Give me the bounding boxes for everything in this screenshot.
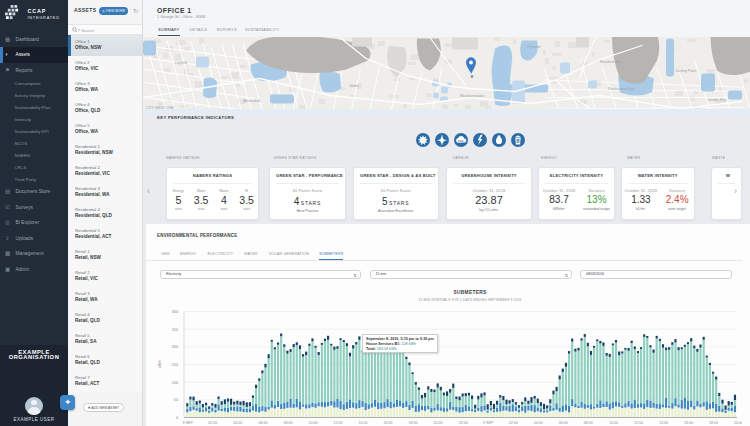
svg-text:9 SEP: 9 SEP bbox=[483, 421, 494, 425]
svg-text:Annandale: Annandale bbox=[243, 98, 260, 102]
svg-text:10:00: 10:00 bbox=[609, 421, 618, 425]
svg-text:12:00: 12:00 bbox=[334, 421, 343, 425]
svg-text:14:00: 14:00 bbox=[359, 421, 368, 425]
svg-text:22:00: 22:00 bbox=[459, 421, 468, 425]
svg-text:Glebe: Glebe bbox=[349, 83, 359, 87]
svg-text:18:00: 18:00 bbox=[709, 421, 718, 425]
svg-text:16:00: 16:00 bbox=[384, 421, 393, 425]
svg-text:12:00: 12:00 bbox=[634, 421, 643, 425]
svg-text:kWh: kWh bbox=[158, 360, 162, 368]
svg-text:Double Bay: Double Bay bbox=[708, 97, 727, 101]
svg-text:8 SEP: 8 SEP bbox=[183, 421, 194, 425]
svg-text:02:00: 02:00 bbox=[208, 421, 217, 425]
svg-text:Elizabeth Bay: Elizabeth Bay bbox=[600, 59, 622, 63]
svg-text:Woolloomooloo: Woolloomooloo bbox=[460, 93, 485, 97]
svg-text:20:00: 20:00 bbox=[434, 421, 443, 425]
svg-text:02:00: 02:00 bbox=[509, 421, 518, 425]
svg-text:250: 250 bbox=[172, 328, 178, 332]
svg-text:200: 200 bbox=[172, 345, 178, 349]
svg-text:Lilyfield: Lilyfield bbox=[175, 60, 187, 64]
svg-text:50: 50 bbox=[174, 398, 178, 402]
svg-text:06:00: 06:00 bbox=[559, 421, 568, 425]
svg-text:Rushcutters Bay: Rushcutters Bay bbox=[608, 86, 635, 90]
svg-text:CITY WEST LINK: CITY WEST LINK bbox=[146, 105, 175, 109]
svg-text:Pyrmont: Pyrmont bbox=[527, 44, 540, 48]
svg-text:14:00: 14:00 bbox=[659, 421, 668, 425]
svg-text:150: 150 bbox=[172, 363, 178, 367]
svg-text:0: 0 bbox=[176, 416, 178, 420]
svg-text:10:00: 10:00 bbox=[308, 421, 317, 425]
svg-text:04:00: 04:00 bbox=[233, 421, 242, 425]
svg-text:18:00: 18:00 bbox=[409, 421, 418, 425]
svg-text:Darling Point: Darling Point bbox=[676, 68, 697, 72]
svg-text:06:00: 06:00 bbox=[258, 421, 267, 425]
svg-text:08:00: 08:00 bbox=[584, 421, 593, 425]
svg-text:100: 100 bbox=[172, 381, 178, 385]
svg-text:16:00: 16:00 bbox=[684, 421, 693, 425]
svg-text:300: 300 bbox=[172, 310, 178, 314]
svg-text:08:00: 08:00 bbox=[283, 421, 292, 425]
svg-text:04:00: 04:00 bbox=[534, 421, 543, 425]
svg-text:20:00: 20:00 bbox=[734, 421, 742, 425]
